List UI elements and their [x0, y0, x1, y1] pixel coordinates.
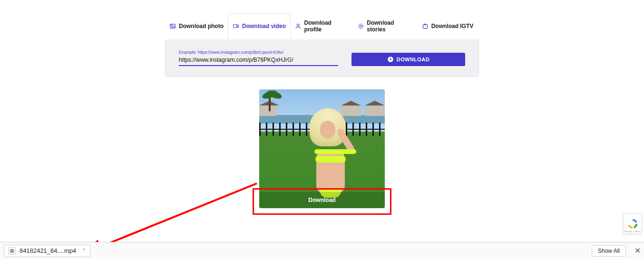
browser-download-bar: 84182421_64....mp4 ⌃ Show All ✕: [0, 242, 644, 259]
tab-download-igtv[interactable]: Download IGTV: [416, 13, 479, 39]
tab-download-profile[interactable]: Download profile: [291, 13, 353, 39]
url-example: Example: https://www.instagram.com/p/BnC…: [179, 50, 338, 55]
svg-rect-6: [423, 25, 427, 29]
tab-download-stories[interactable]: Download stories: [353, 13, 416, 39]
file-icon: [8, 247, 16, 255]
show-all-label: Show All: [598, 248, 620, 254]
profile-icon: [295, 23, 302, 29]
tab-label: Download profile: [304, 19, 349, 33]
download-button-label: DOWNLOAD: [397, 57, 429, 62]
preview-download-button[interactable]: Download: [259, 192, 385, 208]
preview-download-label: Download: [308, 197, 335, 203]
chevron-up-icon[interactable]: ⌃: [82, 248, 86, 254]
video-icon: [233, 23, 239, 29]
tab-label: Download photo: [179, 23, 224, 29]
igtv-icon: [422, 23, 429, 29]
input-panel: Example: https://www.instagram.com/p/BnC…: [165, 39, 479, 77]
url-input[interactable]: [179, 55, 338, 66]
show-all-button[interactable]: Show All: [592, 245, 626, 257]
image-icon: [169, 23, 176, 29]
svg-line-8: [97, 183, 257, 248]
recaptcha-note: Privacy - Terms: [624, 230, 641, 233]
preview-thumbnail: Download: [259, 89, 385, 208]
annotation-arrow: [86, 181, 266, 252]
download-button[interactable]: DOWNLOAD: [351, 53, 465, 66]
download-filename: 84182421_64....mp4: [20, 247, 76, 254]
download-circle-icon: [387, 56, 394, 63]
tab-download-video[interactable]: Download video: [228, 13, 291, 39]
svg-point-1: [171, 25, 172, 26]
stories-icon: [358, 23, 364, 29]
svg-point-4: [359, 24, 363, 29]
tab-label: Download video: [242, 23, 286, 29]
download-item[interactable]: 84182421_64....mp4 ⌃: [4, 245, 90, 257]
close-download-bar[interactable]: ✕: [631, 246, 644, 255]
svg-rect-2: [234, 25, 237, 28]
tab-label: Download stories: [367, 19, 412, 33]
recaptcha-badge[interactable]: Privacy - Terms: [623, 213, 642, 234]
svg-point-3: [297, 24, 300, 26]
svg-point-5: [360, 25, 361, 27]
recaptcha-icon: [627, 218, 638, 230]
tab-label: Download IGTV: [431, 23, 474, 29]
tab-download-photo[interactable]: Download photo: [165, 13, 228, 39]
